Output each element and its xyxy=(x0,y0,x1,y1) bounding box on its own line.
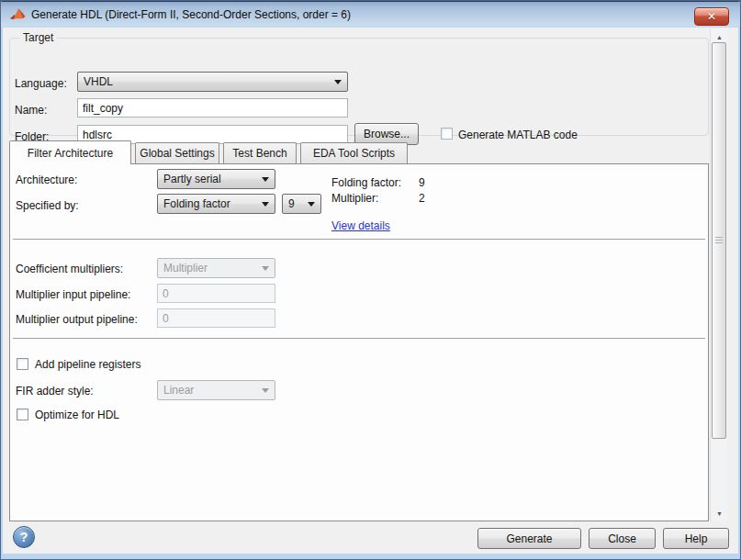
specified-by-label: Specified by: xyxy=(16,199,79,212)
filter-architecture-panel: Architecture: Partly serial Specified by… xyxy=(9,163,709,521)
generate-matlab-code-checkbox[interactable] xyxy=(441,128,453,140)
tab-eda-tool-scripts[interactable]: EDA Tool Scripts xyxy=(300,142,408,163)
scrollbar-thumb[interactable] xyxy=(712,42,726,439)
separator xyxy=(13,338,705,339)
help-icon[interactable]: ? xyxy=(13,526,35,548)
tab-label: Filter Architecture xyxy=(28,147,113,160)
generate-matlab-code-label: Generate MATLAB code xyxy=(458,129,578,141)
info-multiplier-value: 2 xyxy=(419,192,425,205)
close-icon: ✕ xyxy=(707,10,716,23)
dialog-content: Target Language: VHDL Name: Folder: Brow… xyxy=(3,28,738,554)
chevron-down-icon xyxy=(262,202,269,207)
target-group-label: Target xyxy=(19,31,57,44)
tab-label: EDA Tool Scripts xyxy=(313,147,395,160)
architecture-value: Partly serial xyxy=(163,173,258,185)
tab-global-settings[interactable]: Global Settings xyxy=(135,142,219,163)
tab-label: Test Bench xyxy=(232,147,286,160)
help-button[interactable]: Help xyxy=(663,528,729,549)
close-window-button[interactable]: ✕ xyxy=(694,7,729,26)
vertical-scrollbar[interactable]: ▲ ▼ xyxy=(710,29,727,521)
info-folding-factor-label: Folding factor: xyxy=(331,176,401,189)
add-pipeline-registers-label: Add pipeline registers xyxy=(35,358,140,371)
fir-adder-style-select: Linear xyxy=(157,380,275,400)
multiplier-input-pipeline-input xyxy=(157,284,275,303)
architecture-label: Architecture: xyxy=(16,174,77,186)
scrollbar-grip-icon xyxy=(715,237,723,243)
scroll-up-icon: ▲ xyxy=(716,34,723,40)
chevron-down-icon xyxy=(262,177,269,182)
multiplier-output-pipeline-input xyxy=(157,308,275,328)
generate-button-label: Generate xyxy=(506,532,552,545)
specified-by-select[interactable]: Folding factor xyxy=(157,194,275,214)
tab-test-bench[interactable]: Test Bench xyxy=(223,142,297,163)
browse-button-label: Browse... xyxy=(364,128,410,140)
folding-factor-select[interactable]: 9 xyxy=(282,194,321,214)
close-button[interactable]: Close xyxy=(589,528,656,549)
generate-hdl-dialog: Generate HDL (Direct-Form II, Second-Ord… xyxy=(0,0,741,560)
coefficient-multipliers-value: Multiplier xyxy=(163,262,258,274)
fir-adder-style-label: FIR adder style: xyxy=(16,385,94,398)
tab-label: Global Settings xyxy=(140,147,214,160)
name-input[interactable] xyxy=(77,98,348,118)
add-pipeline-registers-checkbox[interactable] xyxy=(17,358,28,370)
window-title: Generate HDL (Direct-Form II, Second-Ord… xyxy=(31,8,351,21)
help-button-label: Help xyxy=(685,532,708,545)
chevron-down-icon xyxy=(308,202,315,207)
scroll-down-button[interactable]: ▼ xyxy=(712,506,727,521)
fir-adder-style-value: Linear xyxy=(163,384,258,397)
optimize-for-hdl-label: Optimize for HDL xyxy=(35,409,119,421)
title-bar[interactable]: Generate HDL (Direct-Form II, Second-Ord… xyxy=(1,1,740,28)
chevron-down-icon xyxy=(334,80,342,84)
language-label: Language: xyxy=(15,77,67,90)
optimize-for-hdl-checkbox[interactable] xyxy=(17,409,28,420)
matlab-logo-icon xyxy=(9,7,28,22)
question-mark-icon: ? xyxy=(20,530,28,544)
info-multiplier-label: Multiplier: xyxy=(331,192,378,205)
folding-factor-value: 9 xyxy=(288,197,304,210)
tab-filter-architecture[interactable]: Filter Architecture xyxy=(9,140,131,164)
name-label: Name: xyxy=(15,104,47,117)
coefficient-multipliers-label: Coefficient multipliers: xyxy=(16,263,123,275)
specified-by-value: Folding factor xyxy=(163,197,258,210)
view-details-link[interactable]: View details xyxy=(331,219,390,232)
multiplier-input-pipeline-label: Multiplier input pipeline: xyxy=(16,288,130,301)
scroll-down-icon: ▼ xyxy=(716,510,723,517)
multiplier-output-pipeline-label: Multiplier output pipeline: xyxy=(16,313,138,326)
language-value: VHDL xyxy=(84,75,331,88)
info-folding-factor-value: 9 xyxy=(419,176,425,189)
chevron-down-icon xyxy=(262,388,269,393)
generate-button[interactable]: Generate xyxy=(477,528,581,549)
architecture-select[interactable]: Partly serial xyxy=(157,169,275,189)
chevron-down-icon xyxy=(262,266,269,271)
close-button-label: Close xyxy=(608,532,636,545)
separator xyxy=(13,239,705,240)
language-select[interactable]: VHDL xyxy=(77,72,348,92)
coefficient-multipliers-select: Multiplier xyxy=(157,258,275,278)
